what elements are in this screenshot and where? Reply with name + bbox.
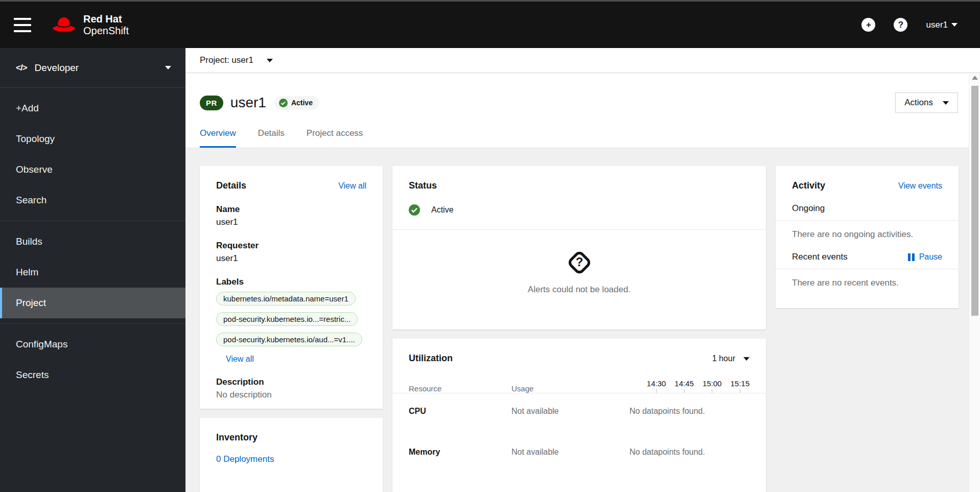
chevron-down-icon: [951, 23, 958, 27]
utilization-row-cpu: CPU Not available No datapoints found.: [409, 407, 750, 416]
tick-mark: [740, 389, 740, 393]
alerts-message: Alerts could not be loaded.: [528, 285, 631, 295]
ongoing-empty-message: There are no ongoing activities.: [776, 221, 959, 240]
middle-column: Status Active: [392, 166, 766, 492]
duration-dropdown[interactable]: 1 hour: [712, 354, 750, 363]
question-diamond-icon: ?: [565, 248, 594, 277]
pause-button[interactable]: Pause: [908, 252, 942, 262]
details-view-all-link[interactable]: View all: [338, 181, 366, 191]
datapoints-message: No datapoints found.: [629, 448, 750, 457]
sidebar: </> Developer +Add Topology Observe Sear…: [0, 48, 185, 492]
deployments-link[interactable]: 0 Deployments: [216, 454, 366, 464]
nav-toggle-button[interactable]: [14, 18, 33, 32]
utilization-card-title: Utilization: [409, 353, 453, 364]
sidebar-item-helm[interactable]: Helm: [0, 257, 185, 288]
masthead: Red Hat OpenShift + ? user1: [0, 0, 980, 48]
sidebar-item-topology[interactable]: Topology: [0, 124, 185, 154]
perspective-switcher[interactable]: </> Developer: [0, 48, 185, 88]
vertical-scrollbar[interactable]: [969, 73, 980, 492]
field-value-requester: user1: [216, 253, 366, 264]
chevron-down-icon: [267, 59, 273, 62]
status-value: Active: [431, 205, 454, 215]
activity-card: Activity View events Ongoing There are n…: [776, 166, 959, 308]
sidebar-section: Builds Helm Project: [0, 221, 185, 324]
field-label-name: Name: [216, 204, 366, 215]
scroll-up-arrow-icon[interactable]: [972, 76, 978, 80]
resource-name: CPU: [409, 407, 511, 416]
actions-dropdown-button[interactable]: Actions: [895, 92, 958, 113]
utilization-header-row: Resource Usage 14:30 14:45 15:00 15:15: [409, 379, 750, 393]
sidebar-item-observe[interactable]: Observe: [0, 154, 185, 185]
overview-dashboard: Details View all Name user1 Requester us…: [185, 148, 980, 492]
details-card-title: Details: [216, 180, 246, 191]
sidebar-item-secrets[interactable]: Secrets: [0, 360, 185, 390]
tab-overview[interactable]: Overview: [200, 128, 236, 148]
field-value-description: No description: [216, 390, 366, 400]
page-header: PR user1 Active Actions: [185, 73, 980, 148]
project-resource-badge: PR: [200, 96, 223, 110]
labels-view-all-link[interactable]: View all: [226, 355, 366, 364]
tab-bar: Overview Details Project access: [200, 128, 980, 148]
resource-name: Memory: [409, 448, 511, 457]
tick-mark: [712, 389, 712, 393]
status-badge: Active: [274, 96, 319, 110]
hamburger-icon: [14, 18, 31, 20]
label-chip[interactable]: pod-security.kubernetes.io/aud...=v1....: [216, 333, 362, 346]
perspective-label: Developer: [35, 62, 79, 74]
duration-value: 1 hour: [712, 354, 735, 363]
time-tick-label: 15:00: [703, 379, 722, 388]
divider: [392, 393, 766, 393]
column-resource: Resource: [409, 384, 511, 393]
status-row: Active: [409, 204, 750, 216]
sidebar-section: ConfigMaps Secrets: [0, 324, 185, 395]
openshift-console: Red Hat OpenShift + ? user1 </> Develope…: [0, 0, 980, 492]
inventory-card: Inventory 0 Deployments: [200, 418, 383, 492]
masthead-toolbar: + ? user1: [861, 18, 980, 32]
scrollbar-thumb[interactable]: [971, 86, 978, 316]
field-label-labels: Labels: [216, 277, 366, 287]
field-label-description: Description: [216, 377, 366, 387]
page-title: user1: [230, 95, 266, 111]
activity-card-title: Activity: [792, 180, 825, 191]
help-icon[interactable]: ?: [894, 18, 907, 32]
sidebar-item-configmaps[interactable]: ConfigMaps: [0, 329, 185, 360]
chevron-down-icon: [165, 66, 171, 69]
brand-line2: OpenShift: [83, 25, 129, 37]
column-usage: Usage: [511, 384, 629, 393]
user-menu[interactable]: user1: [926, 20, 958, 30]
status-card: Status Active: [392, 166, 766, 330]
user-menu-label: user1: [926, 20, 948, 30]
inventory-card-title: Inventory: [216, 432, 258, 442]
tab-details[interactable]: Details: [258, 128, 285, 148]
left-column: Details View all Name user1 Requester us…: [200, 166, 383, 492]
sidebar-item-project[interactable]: Project: [0, 288, 185, 318]
label-chip[interactable]: kubernetes.io/metadata.name=user1: [216, 292, 356, 306]
brand-text: Red Hat OpenShift: [83, 13, 129, 37]
project-selector[interactable]: Project: user1: [185, 48, 980, 73]
main-content: Project: user1 PR user1 A: [185, 48, 980, 492]
right-column: Activity View events Ongoing There are n…: [776, 166, 959, 308]
pause-icon: [908, 253, 915, 261]
sidebar-section: +Add Topology Observe Search: [0, 88, 185, 221]
brand-logo[interactable]: Red Hat OpenShift: [51, 13, 129, 37]
chevron-down-icon: [943, 101, 949, 105]
sidebar-item-search[interactable]: Search: [0, 185, 185, 216]
hamburger-icon: [14, 24, 31, 26]
pause-label: Pause: [919, 252, 942, 262]
view-events-link[interactable]: View events: [898, 181, 942, 191]
alerts-empty-state: ? Alerts could not be loaded.: [392, 230, 766, 295]
project-selector-label: Project: user1: [200, 55, 253, 65]
utilization-row-memory: Memory Not available No datapoints found…: [409, 448, 750, 457]
label-chip[interactable]: pod-security.kubernetes.io...=restric...: [216, 312, 358, 326]
recent-events-heading: Recent events: [792, 252, 848, 262]
add-plus-icon[interactable]: +: [861, 18, 875, 32]
datapoints-message: No datapoints found.: [629, 407, 750, 416]
ongoing-heading: Ongoing: [792, 203, 825, 214]
tab-project-access[interactable]: Project access: [307, 128, 363, 148]
hamburger-icon: [14, 30, 31, 32]
sidebar-item-add[interactable]: +Add: [0, 93, 185, 124]
tick-mark: [684, 389, 685, 393]
recent-events-empty-message: There are no recent events.: [776, 269, 959, 288]
sidebar-item-builds[interactable]: Builds: [0, 226, 185, 257]
title-row: PR user1 Active Actions: [185, 92, 980, 113]
